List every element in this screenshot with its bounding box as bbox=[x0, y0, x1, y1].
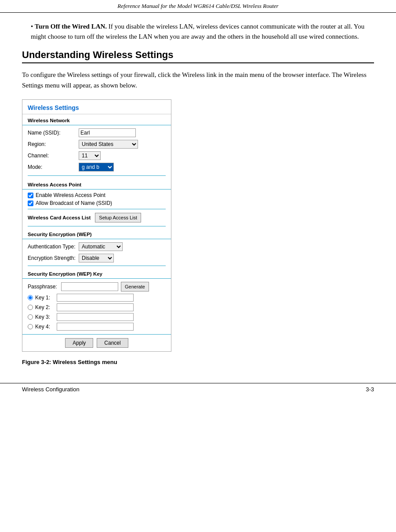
page-header: Reference Manual for the Model WGR614 Ca… bbox=[0, 0, 396, 13]
ws-broadcast-checkbox[interactable] bbox=[28, 200, 33, 206]
cancel-button[interactable]: Cancel bbox=[97, 338, 128, 348]
ws-auth-type-label: Authentication Type: bbox=[28, 244, 76, 250]
ws-ap-section-label: Wireless Access Point bbox=[22, 179, 171, 189]
setup-access-list-button[interactable]: Setup Access List bbox=[95, 213, 141, 222]
ws-channel-label: Channel: bbox=[28, 153, 76, 159]
ws-key4-row: Key 4: bbox=[22, 322, 171, 332]
ws-key3-row: Key 3: bbox=[22, 312, 171, 322]
page-footer: Wireless Configuration 3-3 bbox=[0, 383, 396, 395]
ws-region-label: Region: bbox=[28, 141, 76, 147]
ws-passphrase-input[interactable] bbox=[61, 282, 118, 291]
ws-bottom-buttons: Apply Cancel bbox=[22, 334, 171, 351]
ws-enable-ap-row: Enable Wireless Access Point bbox=[22, 191, 171, 199]
ws-channel-row: Channel: 1234 5678 91011 1213 bbox=[22, 150, 171, 161]
ws-enable-ap-checkbox[interactable] bbox=[28, 193, 33, 198]
ws-wep-section-label: Security Encryption (WEP) bbox=[22, 228, 171, 239]
ws-encryption-label: Encryption Strength: bbox=[28, 255, 76, 261]
ws-ssid-input[interactable] bbox=[79, 128, 136, 137]
ws-auth-type-row: Authentication Type: Automatic Open Syst… bbox=[22, 241, 171, 252]
ws-key1-radio[interactable] bbox=[28, 295, 33, 300]
ws-region-row: Region: United States Europe Asia Japan … bbox=[22, 138, 171, 150]
ws-key1-input[interactable] bbox=[57, 294, 134, 302]
ws-mode-row: Mode: g and b g only b only bbox=[22, 161, 171, 173]
footer-left: Wireless Configuration bbox=[22, 386, 80, 393]
ws-auth-type-select[interactable]: Automatic Open System Shared Key bbox=[79, 242, 123, 251]
ws-region-select[interactable]: United States Europe Asia Japan Australi… bbox=[79, 140, 138, 149]
ws-key3-input[interactable] bbox=[57, 313, 134, 321]
bullet-text: • Turn Off the Wired LAN. If you disable… bbox=[31, 22, 374, 41]
ws-name-row: Name (SSID): bbox=[22, 127, 171, 138]
ws-mode-label: Mode: bbox=[28, 164, 76, 170]
ws-key2-radio[interactable] bbox=[28, 305, 33, 310]
ws-card-access-label: Wireless Card Access List bbox=[28, 215, 91, 220]
apply-button[interactable]: Apply bbox=[65, 338, 93, 348]
ws-mode-select[interactable]: g and b g only b only bbox=[79, 163, 114, 171]
ws-encryption-row: Encryption Strength: Disable 64-bit 128-… bbox=[22, 252, 171, 264]
ws-key2-row: Key 2: bbox=[22, 302, 171, 312]
ws-enable-ap-label: Enable Wireless Access Point bbox=[36, 192, 105, 198]
figure-caption: Figure 3-2: Wireless Settings menu bbox=[22, 359, 374, 365]
ws-passphrase-label: Passphrase: bbox=[28, 284, 58, 290]
ws-key1-row: Key 1: bbox=[22, 293, 171, 302]
ws-key4-radio[interactable] bbox=[28, 324, 33, 329]
ws-channel-select[interactable]: 1234 5678 91011 1213 bbox=[79, 151, 101, 160]
intro-text: To configure the Wireless settings of yo… bbox=[22, 69, 374, 91]
ws-card-access-row: Wireless Card Access List Setup Access L… bbox=[22, 211, 171, 224]
section-heading: Understanding Wireless Settings bbox=[22, 49, 374, 63]
ws-key3-radio[interactable] bbox=[28, 314, 33, 320]
wireless-settings-panel: Wireless Settings Wireless Network Name … bbox=[22, 99, 171, 352]
generate-button[interactable]: Generate bbox=[121, 282, 149, 292]
ws-key4-input[interactable] bbox=[57, 323, 134, 331]
ws-key2-input[interactable] bbox=[57, 303, 134, 311]
bullet-bold: Turn Off the Wired LAN. bbox=[35, 23, 107, 30]
ws-title: Wireless Settings bbox=[22, 100, 171, 114]
footer-right: 3-3 bbox=[366, 386, 374, 393]
ws-key2-label: Key 2: bbox=[35, 304, 54, 310]
ws-key3-label: Key 3: bbox=[35, 314, 54, 320]
ws-key4-label: Key 4: bbox=[35, 324, 54, 330]
ws-encryption-select[interactable]: Disable 64-bit 128-bit bbox=[79, 254, 114, 262]
ws-passphrase-row: Passphrase: Generate bbox=[22, 281, 171, 293]
ws-broadcast-row: Allow Broadcast of Name (SSID) bbox=[22, 199, 171, 207]
ws-name-label: Name (SSID): bbox=[28, 130, 76, 136]
ws-key1-label: Key 1: bbox=[35, 295, 54, 301]
ws-network-section-label: Wireless Network bbox=[22, 114, 171, 125]
ws-wep-key-section-label: Security Encryption (WEP) Key bbox=[22, 268, 171, 279]
bullet-dot: • bbox=[31, 23, 33, 30]
ws-broadcast-label: Allow Broadcast of Name (SSID) bbox=[36, 200, 112, 206]
